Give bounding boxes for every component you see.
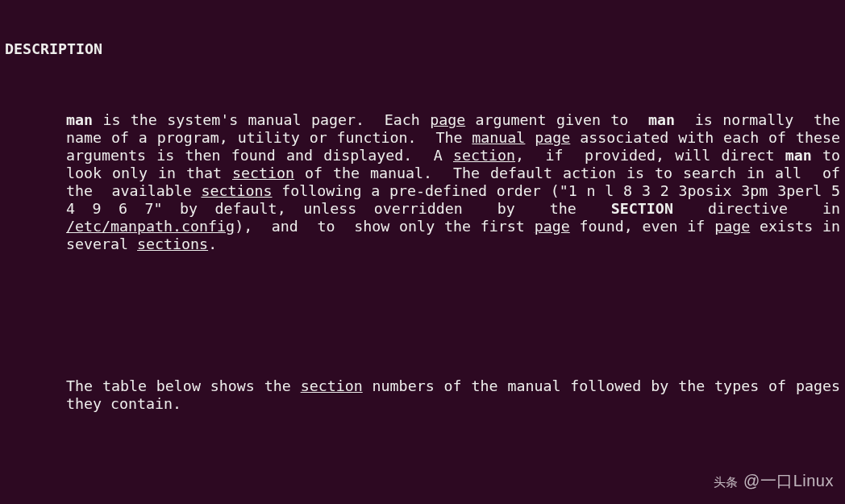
blank-line	[66, 466, 840, 484]
arg-section: section	[453, 147, 515, 164]
cmd-man: man	[648, 111, 675, 128]
path-manpath-config: /etc/manpath.config	[66, 218, 235, 235]
cmd-man: man	[785, 147, 812, 164]
blank-line	[66, 306, 840, 324]
directive-section: SECTION	[611, 200, 673, 217]
cmd-man: man	[66, 111, 93, 128]
manpage-view[interactable]: DESCRIPTION man is the system's manual p…	[0, 0, 845, 504]
section-heading-description: DESCRIPTION	[5, 40, 840, 58]
arg-page: page	[430, 111, 465, 128]
description-paragraph-2: The table below shows the section number…	[66, 377, 840, 413]
description-paragraph-1: man is the system's manual pager. Each p…	[66, 111, 840, 253]
